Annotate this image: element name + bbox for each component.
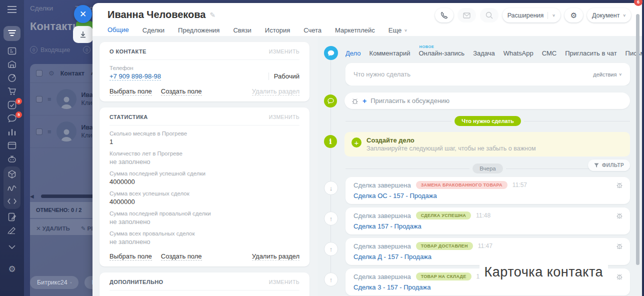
stat-field: Сколько месяцев в Прогреве 1	[110, 130, 300, 146]
entry-card[interactable]: Сделка завершена ЗАМЕНА БРАКОВАННОГО ТОВ…	[346, 177, 630, 204]
hint-title[interactable]: Создайте дело	[366, 136, 536, 144]
entry-title: Сделка завершена	[354, 182, 411, 189]
edit-section-link[interactable]: ИЗМЕНИТЬ	[269, 114, 300, 120]
header-actions: Расширения∨ ⚙ Документ∨	[435, 8, 631, 22]
sidebar-item-crm[interactable]	[4, 26, 20, 41]
deal-link[interactable]: Сделка ОС - 157 - Продажа	[354, 192, 622, 200]
sidebar-settings-gear-icon[interactable]: ⚙	[4, 262, 20, 276]
sidebar-item-drive-icon[interactable]	[4, 58, 20, 71]
stage-badge: ТОВАР ДОСТАВЛЕН	[416, 242, 473, 250]
entry-bot-icon[interactable]	[616, 273, 623, 280]
stage-badge: ТОВАР НА СКЛАДЕ	[416, 272, 472, 280]
brand-badge: Битрикс24◦	[30, 276, 78, 289]
sidebar-item-tasks-icon[interactable]: 3	[4, 98, 20, 112]
create-field-link[interactable]: Создать поле	[161, 88, 202, 96]
entry-time: 11:47	[478, 242, 492, 250]
additional-section: ДОПОЛНИТЕЛЬНО ИЗМЕНИТЬ Тип контакта Клие…	[100, 272, 310, 296]
sidebar-item-copilot-icon[interactable]	[4, 152, 20, 166]
entry-card[interactable]: Сделка завершена СДЕЛКА УСПЕШНА 11:48 Сд…	[346, 208, 630, 234]
chevron-down-icon: ∨	[552, 14, 556, 18]
entry-card[interactable]: Сделка завершена ТОВАР ДОСТАВЛЕН 11:47 С…	[346, 238, 630, 265]
edit-section-link[interactable]: ИЗМЕНИТЬ	[269, 48, 300, 54]
timeline-action-tab[interactable]: Задача	[473, 50, 495, 57]
entry-direction-icon	[324, 272, 338, 286]
chevron-down-icon: ∨	[404, 28, 408, 32]
sidebar-item-documents-icon[interactable]	[4, 210, 20, 224]
add-case-plus-icon[interactable]: +	[352, 138, 362, 148]
deal-link[interactable]: Сделка Д - 157 - Продажа	[354, 253, 622, 260]
phone-link[interactable]: +7 909 898-98-98	[110, 72, 161, 80]
stat-field: Сумма последней успешной сделки 4000000	[110, 170, 300, 186]
timeline-action-tab[interactable]: Пригласить в чат	[565, 50, 616, 57]
funnel-icon	[594, 163, 599, 168]
entry-bot-icon[interactable]	[616, 242, 623, 250]
sidebar-item-sites-icon[interactable]	[4, 138, 20, 152]
timeline-action-tab[interactable]: Комментарий	[370, 50, 410, 57]
slider-close-button[interactable]: ✕	[74, 5, 92, 23]
email-button[interactable]	[458, 8, 476, 22]
vertical-scrollbar[interactable]	[636, 14, 640, 287]
export-button-sliver	[73, 26, 93, 43]
section-title: СТАТИСТИКА	[110, 114, 148, 120]
timeline-action-tab[interactable]: НОВОЕ Онлайн-запись	[418, 50, 464, 57]
edit-section-link[interactable]: ИЗМЕНИТЬ	[269, 279, 300, 285]
todo-separator: Что нужно сделать	[346, 116, 630, 126]
sidebar-item-shop-cart-icon[interactable]	[4, 84, 20, 98]
entry-title: Сделка завершена	[354, 242, 411, 250]
stage-badge: СДЕЛКА УСПЕШНА	[416, 212, 471, 220]
sidebar-item-marketing-icon[interactable]	[4, 71, 20, 84]
timeline-action-tab[interactable]: Дело	[346, 50, 361, 57]
sidebar-item-sign-icon[interactable]	[4, 224, 20, 237]
delete-section-link[interactable]: Удалить раздел	[252, 88, 300, 96]
about-section: О КОНТАКТЕ ИЗМЕНИТЬ Телефон +7 909 898-9…	[100, 42, 310, 102]
delete-section-link[interactable]: Удалить раздел	[252, 252, 300, 260]
entry-time: 11:57	[512, 182, 527, 188]
timeline-action-tab[interactable]: WhatsApp	[504, 50, 534, 57]
timeline-action-tab[interactable]: СМС	[542, 50, 556, 57]
timeline-filter-button[interactable]: ФИЛЬТР	[588, 160, 630, 171]
chevron-down-icon: ∨	[622, 14, 626, 18]
tasks-badge: 3	[16, 98, 22, 104]
screenshot-caption: Карточка контакта	[480, 262, 608, 285]
todo-input[interactable]	[354, 70, 593, 78]
sidebar-item-workflows-icon[interactable]	[4, 181, 20, 194]
entry-bot-icon[interactable]	[616, 182, 623, 188]
entry-title: Сделка завершена	[354, 273, 411, 280]
timeline-entry: Сделка завершена СДЕЛКА УСПЕШНА 11:48 Сд…	[318, 208, 642, 234]
timeline-chat-icon	[324, 46, 338, 60]
call-button[interactable]	[435, 8, 454, 22]
sidebar-item-planner-icon[interactable]	[4, 44, 20, 58]
deal-link[interactable]: Сделка 157 - Продажа	[354, 222, 622, 230]
sidebar-item-messenger-icon[interactable]: 5	[4, 112, 20, 125]
hamburger-menu-icon[interactable]	[4, 4, 20, 15]
timeline-entry: Сделка завершена ТОВАР ДОСТАВЛЕН 11:47 С…	[318, 238, 642, 265]
sidebar-item-automation-icon[interactable]	[4, 168, 20, 181]
entry-direction-icon	[324, 212, 338, 226]
timeline-column: Дело Комментарий НОВОЕ Онлайн-запись	[318, 36, 642, 296]
sidebar-item-analytics-icon[interactable]	[4, 125, 20, 138]
contact-slider-panel: Иванна Человекова ✎ Расширения∨ ⚙ Докуме…	[92, 3, 642, 296]
new-tag: НОВОЕ	[419, 44, 434, 49]
extensions-button[interactable]: Расширения∨	[502, 8, 560, 22]
stat-field: Сумма всех провальных сделок не заполнен…	[110, 230, 300, 246]
bot-avatar-icon	[352, 98, 358, 104]
entry-title: Сделка завершена	[354, 212, 411, 220]
edit-name-icon[interactable]: ✎	[210, 11, 216, 19]
section-title: О КОНТАКТЕ	[110, 48, 146, 54]
entry-direction-icon	[324, 181, 338, 195]
select-field-link[interactable]: Выбрать поле	[110, 252, 152, 260]
invite-to-discussion[interactable]: + Пригласить к обсуждению	[344, 92, 630, 109]
select-field-link[interactable]: Выбрать поле	[110, 88, 152, 96]
settings-gear-button[interactable]: ⚙	[564, 8, 583, 22]
create-field-link[interactable]: Создать поле	[161, 252, 202, 260]
actions-dropdown[interactable]: действия∨	[593, 72, 622, 78]
stats-section: СТАТИСТИКА ИЗМЕНИТЬ Сколько месяцев в Пр…	[100, 108, 310, 266]
stat-field: Сумма всех успешных сделок 4000000	[110, 190, 300, 206]
entry-bot-icon[interactable]	[616, 212, 623, 219]
sidebar-item-devops-icon[interactable]	[4, 194, 20, 208]
date-pill: Вчера	[472, 164, 502, 174]
search-chat-button[interactable]	[480, 8, 498, 22]
sidebar-expand-chevron-icon[interactable]	[4, 240, 20, 254]
info-icon	[324, 135, 337, 148]
document-button[interactable]: Документ∨	[587, 8, 631, 22]
